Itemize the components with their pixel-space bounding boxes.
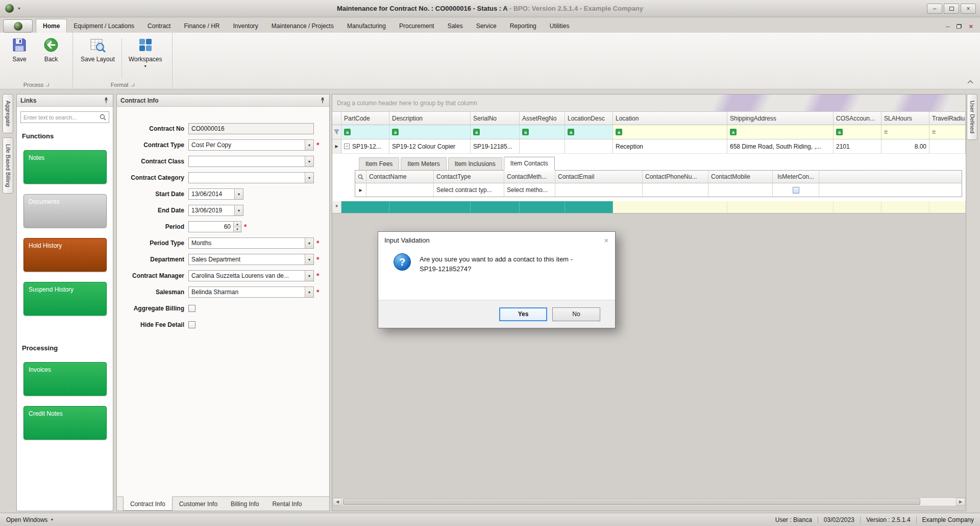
column-header-ismetercontact[interactable]: IsMeterCon...	[773, 171, 819, 183]
hold-history-button[interactable]: Hold History	[23, 238, 107, 272]
collapse-detail-icon[interactable]: −	[344, 144, 350, 149]
filter-cell-shippingaddress[interactable]: a	[727, 125, 834, 139]
chevron-down-icon[interactable]: ▼	[305, 287, 313, 297]
mdi-close-button[interactable]: ×	[969, 23, 973, 30]
ribbon-tab-equipment-locations[interactable]: Equipment / Locations	[67, 19, 141, 33]
new-row-cell[interactable]	[471, 201, 520, 213]
chevron-down-icon[interactable]: ▼	[305, 238, 313, 248]
subgrid-search-cell[interactable]	[355, 171, 366, 183]
cell-shippingaddress[interactable]: 658 Dime Road, South Riding, ,...	[727, 139, 834, 154]
tab-rental-info[interactable]: Rental Info	[265, 497, 308, 511]
filter-cell-location[interactable]: a	[613, 125, 727, 139]
invoices-button[interactable]: Invoices	[23, 362, 107, 396]
column-header-contactmethod[interactable]: ContactMeth...	[504, 171, 555, 183]
dock-tab-aggregate[interactable]: Aggregate	[3, 94, 13, 133]
subgrid-data-row[interactable]: ▶ Select contract typ... Select metho...	[355, 183, 962, 197]
end-date-picker[interactable]: 13/06/2019 ▼	[188, 205, 243, 216]
group-by-bar[interactable]: Drag a column header here to group by th…	[332, 94, 966, 112]
scroll-left-button[interactable]: ◀	[333, 498, 342, 506]
workspaces-button[interactable]: Workspaces ▼	[126, 36, 165, 69]
salesman-dropdown[interactable]: Belinda Sharman ▼	[188, 286, 314, 298]
chevron-down-icon[interactable]: ▼	[305, 156, 313, 166]
filter-cell-travelradius[interactable]: =	[929, 125, 966, 139]
back-button[interactable]: Back	[37, 36, 65, 64]
chevron-down-icon[interactable]: ▼	[305, 254, 313, 265]
grid-data-row[interactable]: ▶ − SP19-12... SP19-12 Colour Copier SP1…	[332, 139, 966, 154]
cell-contactname[interactable]	[366, 183, 434, 197]
group-launcher-icon[interactable]	[46, 83, 49, 86]
chevron-down-icon[interactable]: ▼	[234, 205, 243, 216]
ribbon-tab-manufacturing[interactable]: Manufacturing	[340, 19, 393, 33]
tab-item-contacts[interactable]: Item Contacts	[504, 157, 555, 171]
column-header-contactname[interactable]: ContactName	[366, 171, 434, 183]
filter-cell-description[interactable]: a	[389, 125, 471, 139]
tab-item-inclusions[interactable]: Item Inclusions	[448, 157, 502, 170]
cell-description[interactable]: SP19-12 Colour Copier	[389, 139, 471, 154]
new-row-cell[interactable]	[929, 201, 966, 213]
pin-icon[interactable]	[320, 97, 326, 104]
contract-category-dropdown[interactable]: ▼	[188, 172, 314, 183]
cell-contactmobile[interactable]	[708, 183, 773, 197]
tab-contract-info[interactable]: Contract Info	[123, 496, 173, 511]
chevron-down-icon[interactable]: ▼	[17, 7, 21, 10]
column-header-contactphone[interactable]: ContactPhoneNu...	[643, 171, 708, 183]
contract-manager-dropdown[interactable]: Carolina Suzzetta Lourens van de... ▼	[188, 270, 314, 281]
column-header-locationdesc[interactable]: LocationDesc	[565, 112, 613, 125]
filter-cell-assetregno[interactable]: a	[520, 125, 565, 139]
tab-customer-info[interactable]: Customer Info	[173, 497, 224, 511]
dock-tab-user-defined[interactable]: User Defined	[967, 94, 977, 140]
search-input[interactable]	[23, 114, 97, 121]
ribbon-tab-finance-hr[interactable]: Finance / HR	[177, 19, 226, 33]
ribbon-tab-sales[interactable]: Sales	[441, 19, 470, 33]
chevron-down-icon[interactable]: ▼	[305, 173, 313, 183]
close-button[interactable]: ×	[961, 4, 976, 14]
cell-travelradius[interactable]	[929, 139, 966, 154]
cell-partcode[interactable]: − SP19-12...	[341, 139, 389, 154]
open-windows-dropdown[interactable]: Open Windows ▼	[6, 516, 54, 523]
new-row-cell[interactable]	[834, 201, 881, 213]
spinner-buttons[interactable]: ▲ ▼	[233, 222, 241, 232]
spin-down-icon[interactable]: ▼	[234, 227, 241, 232]
new-row[interactable]: *	[332, 201, 966, 213]
column-header-location[interactable]: Location	[613, 112, 727, 125]
tab-item-fees[interactable]: Item Fees	[359, 157, 399, 170]
dock-tab-life-based-billing[interactable]: Life Based Billing	[3, 137, 13, 194]
scrollbar-track[interactable]	[342, 498, 956, 506]
ribbon-tab-inventory[interactable]: Inventory	[226, 19, 264, 33]
department-dropdown[interactable]: Sales Department ▼	[188, 254, 314, 265]
column-header-travelradius[interactable]: TravelRadiu...	[929, 112, 966, 125]
contract-class-dropdown[interactable]: ▼	[188, 156, 314, 167]
aggregate-billing-checkbox[interactable]	[188, 305, 195, 312]
cell-contacttype[interactable]: Select contract typ...	[434, 183, 504, 197]
period-stepper[interactable]: 60 ▲ ▼	[188, 221, 241, 232]
chevron-down-icon[interactable]: ▼	[305, 140, 313, 150]
horizontal-scrollbar[interactable]: ◀ ▶	[333, 497, 965, 506]
chevron-down-icon[interactable]: ▼	[305, 271, 313, 281]
dialog-close-button[interactable]: ×	[598, 232, 615, 248]
cell-contactmethod[interactable]: Select metho...	[504, 183, 555, 197]
column-header-contacttype[interactable]: ContactType	[434, 171, 504, 183]
filter-cell-partcode[interactable]: a	[341, 125, 389, 139]
ribbon-tab-service[interactable]: Service	[470, 19, 503, 33]
group-launcher-icon[interactable]	[131, 83, 134, 86]
filter-cell-slahours[interactable]: =	[881, 125, 929, 139]
new-row-cell[interactable]	[727, 201, 834, 213]
new-row-cell[interactable]	[520, 201, 565, 213]
ribbon-tab-reporting[interactable]: Reporting	[503, 19, 543, 33]
period-type-dropdown[interactable]: Months ▼	[188, 237, 314, 249]
ribbon-tab-utilities[interactable]: Utilities	[543, 19, 576, 33]
cell-locationdesc[interactable]	[565, 139, 613, 154]
app-icon[interactable]	[5, 4, 14, 13]
save-button[interactable]: Save	[5, 36, 34, 64]
cell-assetregno[interactable]	[520, 139, 565, 154]
minimize-button[interactable]: –	[927, 4, 942, 14]
column-header-assetregno[interactable]: AssetRegNo	[520, 112, 565, 125]
ribbon-collapse-button[interactable]	[967, 79, 974, 86]
documents-button[interactable]: Documents	[23, 194, 107, 228]
scroll-right-button[interactable]: ▶	[956, 498, 965, 506]
ribbon-tab-maintenance-projects[interactable]: Maintenance / Projects	[265, 19, 340, 33]
new-row-cell[interactable]	[613, 201, 727, 213]
ribbon-tab-home[interactable]: Home	[36, 19, 67, 33]
filter-cell-locationdesc[interactable]: a	[565, 125, 613, 139]
column-header-slahours[interactable]: SLAHours	[881, 112, 929, 125]
